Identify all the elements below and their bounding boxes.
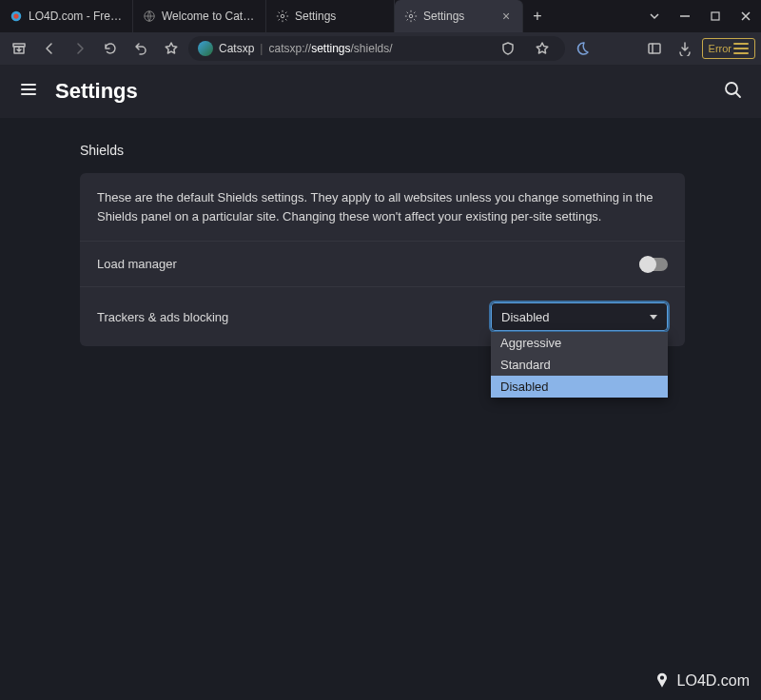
address-brand: Catsxp (219, 42, 254, 55)
window-controls (639, 0, 761, 32)
shield-icon[interactable] (495, 36, 521, 61)
new-tab-button[interactable]: + (523, 0, 552, 32)
close-window-button[interactable] (731, 0, 761, 32)
tab-label: Settings (423, 10, 494, 23)
undo-button[interactable] (127, 36, 154, 61)
reload-button[interactable] (97, 36, 124, 61)
tab-close[interactable]: × (499, 10, 513, 23)
toolbar: Catsxp | catsxp://settings/shields/ Erro… (0, 32, 761, 65)
trackers-select[interactable]: Disabled (491, 302, 668, 331)
moon-icon[interactable] (569, 36, 595, 61)
tab-settings-active[interactable]: Settings × (395, 0, 523, 32)
shields-card: These are the default Shields settings. … (80, 173, 685, 346)
trackers-label: Trackers & ads blocking (97, 310, 228, 324)
tab-lo4d[interactable]: LO4D.com - Free Sof (0, 0, 133, 32)
svg-point-11 (726, 83, 737, 94)
tab-welcome[interactable]: Welcome to Catsxp (133, 0, 266, 32)
search-button[interactable] (723, 80, 742, 103)
address-url: catsxp://settings/shields/ (268, 42, 392, 55)
watermark-text: LO4D.com (677, 672, 750, 690)
gear-icon (276, 10, 289, 23)
tab-label: Settings (295, 10, 384, 23)
trackers-dropdown: Aggressive Standard Disabled (491, 332, 668, 398)
archive-icon[interactable] (6, 36, 32, 61)
option-aggressive[interactable]: Aggressive (491, 332, 668, 354)
section-title: Shields (80, 143, 685, 158)
trackers-select-wrap: Disabled Aggressive Standard Disabled (491, 302, 668, 331)
load-manager-row: Load manager (80, 241, 685, 286)
svg-point-3 (281, 14, 284, 18)
settings-header: Settings (0, 65, 761, 118)
trackers-row: Trackers & ads blocking Disabled Aggress… (80, 286, 685, 346)
chevron-down-icon[interactable] (639, 0, 670, 32)
sidebar-icon[interactable] (641, 36, 668, 61)
maximize-button[interactable] (700, 0, 731, 32)
globe-icon (143, 10, 156, 23)
option-standard[interactable]: Standard (491, 354, 668, 376)
error-label: Error (709, 43, 732, 54)
tab-favicon (10, 10, 23, 23)
svg-rect-6 (712, 12, 719, 20)
address-bar[interactable]: Catsxp | catsxp://settings/shields/ (188, 36, 565, 61)
svg-point-13 (659, 676, 663, 680)
gear-icon (404, 10, 418, 23)
download-icon[interactable] (672, 36, 698, 61)
svg-point-4 (409, 14, 413, 18)
svg-rect-9 (649, 44, 660, 53)
error-badge[interactable]: Error (702, 38, 755, 59)
bookmark-button[interactable] (158, 36, 185, 61)
settings-content: Shields These are the default Shields se… (0, 118, 685, 346)
shields-description-row: These are the default Shields settings. … (80, 173, 685, 241)
select-value: Disabled (501, 310, 550, 324)
lo4d-logo-icon (653, 671, 672, 690)
star-icon[interactable] (529, 36, 556, 61)
tab-settings-1[interactable]: Settings (266, 0, 395, 32)
tab-label: Welcome to Catsxp (162, 10, 256, 23)
watermark: LO4D.com (653, 671, 750, 690)
address-actions (495, 36, 556, 61)
forward-button[interactable] (67, 36, 93, 61)
menu-icon (733, 41, 749, 56)
chevron-down-icon (650, 315, 657, 320)
tab-label: LO4D.com - Free Sof (29, 10, 123, 23)
shields-description: These are the default Shields settings. … (97, 188, 668, 225)
page-title: Settings (55, 79, 138, 104)
svg-line-12 (736, 93, 740, 97)
load-manager-label: Load manager (97, 257, 177, 271)
site-icon (198, 41, 213, 56)
title-bar: LO4D.com - Free Sof Welcome to Catsxp Se… (0, 0, 761, 32)
load-manager-toggle[interactable] (639, 258, 668, 271)
hamburger-menu[interactable] (19, 80, 38, 103)
svg-point-1 (13, 13, 18, 18)
tab-strip: LO4D.com - Free Sof Welcome to Catsxp Se… (0, 0, 639, 32)
minimize-button[interactable] (670, 0, 700, 32)
back-button[interactable] (36, 36, 63, 61)
option-disabled[interactable]: Disabled (491, 376, 668, 398)
